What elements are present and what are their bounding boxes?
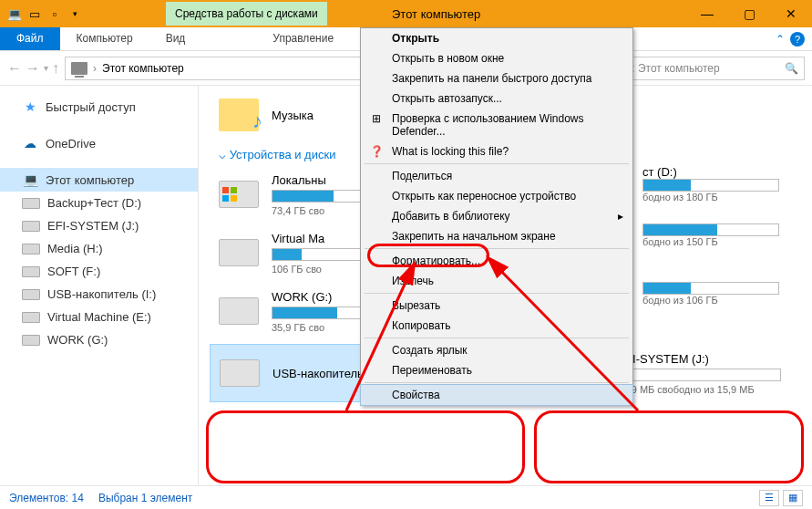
star-icon: ★ [22,99,38,114]
context-menu: ОткрытьОткрыть в новом окнеЗакрепить на … [360,27,633,406]
ctx-item[interactable]: Вырезать [361,296,632,316]
ctx-icon: ❓ [368,145,385,158]
drive-icon [22,335,40,346]
drive-icon [22,266,40,277]
qat-props-icon[interactable]: ▭ [26,5,44,23]
status-count: Элементов: 14 [9,492,84,504]
view-details-icon[interactable]: ☰ [759,490,779,506]
ctx-item[interactable]: Переименовать [361,360,632,380]
drive-icon [220,359,260,387]
sidebar-drive[interactable]: SOFT (F:) [0,260,198,283]
cloud-icon: ☁ [22,136,38,151]
pc-icon: 💻 [5,5,24,23]
ribbon-expand-icon[interactable]: ⌃ [776,33,785,46]
tab-manage[interactable]: Управление [256,27,350,50]
drive-icon [22,198,40,209]
titlebar: 💻 ▭ ▫ ▾ Средства работы с дисками Этот к… [0,0,812,27]
window-title: Этот компьютер [392,7,480,21]
ctx-icon: ⊞ [368,112,385,125]
ctx-item[interactable]: Поделиться [361,166,632,186]
disk-tools-tab[interactable]: Средства работы с дисками [166,2,327,26]
ctx-item[interactable]: Открыть [361,28,632,48]
address-text: Этот компьютер [102,62,184,75]
pc-icon [71,62,87,75]
ctx-item[interactable]: ⊞Проверка с использованием Windows Defen… [361,109,632,141]
qat-dropdown-icon[interactable]: ▾ [66,5,84,23]
sidebar-drive[interactable]: USB-накопитель (I:) [0,283,198,306]
drive-icon [22,244,40,254]
quick-access-toolbar: 💻 ▭ ▫ ▾ [0,5,84,23]
status-bar: Элементов: 14 Выбран 1 элемент ☰ ▦ [0,485,812,509]
ctx-item[interactable]: Открыть в новом окне [361,48,632,68]
sidebar-this-pc[interactable]: 💻Этот компьютер [0,168,198,192]
sidebar-drive[interactable]: WORK (G:) [0,328,198,351]
ctx-item[interactable]: Открыть автозапуск... [361,88,632,109]
help-icon[interactable]: ? [790,32,805,47]
drive-icon [219,297,259,325]
drive-icon [22,221,40,232]
ctx-item[interactable]: Копировать [361,316,632,336]
ctx-item[interactable]: Открыть как переносное устройство [361,186,632,206]
nav-up-icon[interactable]: ↑ [52,60,59,77]
search-icon: 🔍 [785,62,798,75]
drive-icon [219,239,259,266]
folder-icon: ♪ [219,99,259,131]
nav-history-icon[interactable]: ▾ [44,63,48,73]
music-note-icon: ♪ [252,109,262,133]
ctx-item[interactable]: Закрепить на начальном экране [361,226,632,246]
drive-icon [22,312,40,323]
ctx-item[interactable]: Извлечь [361,271,632,291]
nav-fwd-icon[interactable]: → [26,60,40,77]
qat-doc-icon[interactable]: ▫ [46,5,64,23]
sidebar: ★Быстрый доступ ☁OneDrive 💻Этот компьюте… [0,86,199,485]
view-tiles-icon[interactable]: ▦ [783,490,803,506]
sidebar-onedrive[interactable]: ☁OneDrive [0,131,198,155]
sidebar-drive[interactable]: Backup+Тест (D:) [0,192,198,214]
tab-file[interactable]: Файл [0,27,60,50]
drive-icon [22,289,40,300]
pc-icon: 💻 [22,172,38,187]
ctx-item[interactable]: Свойства [361,385,632,405]
drive-icon [219,181,259,208]
ctx-item[interactable]: Закрепить на панели быстрого доступа [361,68,632,88]
ctx-item[interactable]: ❓What is locking this file? [361,141,632,161]
sidebar-quick-access[interactable]: ★Быстрый доступ [0,95,198,119]
ctx-item[interactable]: Добавить в библиотеку▸ [361,206,632,226]
tab-view[interactable]: Вид [149,27,202,50]
status-selected: Выбран 1 элемент [98,492,192,504]
minimize-button[interactable]: — [686,0,728,27]
nav-back-icon[interactable]: ← [7,60,22,77]
sidebar-drive[interactable]: Media (H:) [0,237,198,260]
close-button[interactable]: ✕ [770,0,812,27]
sidebar-drive[interactable]: Virtual Machine (E:) [0,306,198,328]
ctx-item[interactable]: Форматировать... [361,251,632,271]
maximize-button[interactable]: ▢ [728,0,770,27]
sidebar-drive[interactable]: EFI-SYSTEM (J:) [0,214,198,237]
ctx-item[interactable]: Создать ярлык [361,340,632,360]
tab-computer[interactable]: Компьютер [60,27,149,50]
